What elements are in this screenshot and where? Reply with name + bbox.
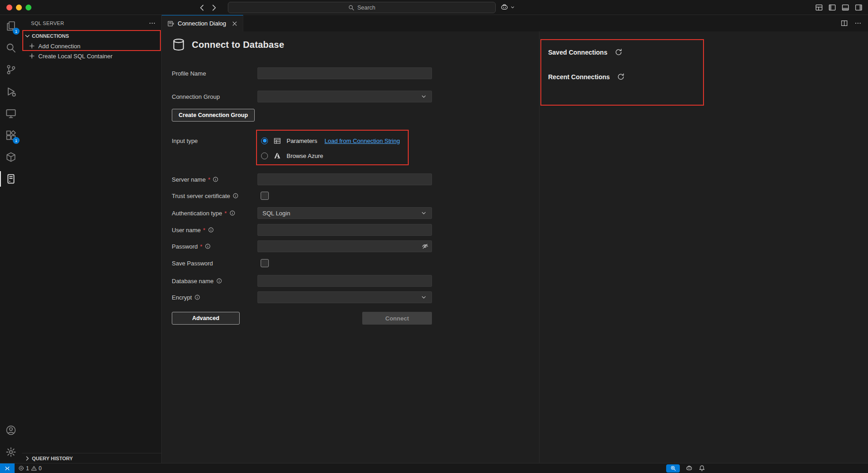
command-center-search[interactable]: Search bbox=[228, 2, 496, 13]
vscode-window: Search bbox=[0, 0, 868, 473]
refresh-saved-connections-icon[interactable] bbox=[615, 48, 622, 56]
user-name-input[interactable] bbox=[257, 224, 432, 236]
maximize-window-button[interactable] bbox=[26, 5, 31, 10]
saved-connections-title: Saved Connections bbox=[548, 49, 607, 56]
eye-off-icon[interactable] bbox=[421, 243, 429, 250]
chevron-down-icon bbox=[421, 294, 427, 300]
activity-search[interactable] bbox=[0, 37, 22, 59]
connections-section-header[interactable]: CONNECTIONS bbox=[22, 31, 161, 41]
editor-more-actions-icon[interactable] bbox=[854, 20, 862, 27]
connection-group-label: Connection Group bbox=[172, 91, 220, 102]
authentication-type-select[interactable]: SQL Login bbox=[257, 207, 432, 219]
info-icon[interactable] bbox=[229, 210, 236, 216]
info-icon[interactable] bbox=[205, 243, 211, 249]
user-name-label: User name * bbox=[172, 224, 214, 236]
info-icon[interactable] bbox=[216, 278, 222, 284]
chevron-down-icon bbox=[24, 32, 31, 40]
plus-icon bbox=[28, 42, 36, 50]
parameters-radio[interactable] bbox=[261, 137, 268, 144]
save-password-checkbox[interactable] bbox=[261, 259, 269, 267]
sidebar-header: SQL SERVER bbox=[22, 15, 161, 31]
error-count: 1 bbox=[26, 465, 29, 472]
zoom-status-item[interactable] bbox=[666, 464, 680, 473]
connection-dialog: Connect to Database Profile Name Connect… bbox=[162, 31, 539, 463]
encrypt-label: Encrypt bbox=[172, 291, 200, 303]
input-type-label: Input type bbox=[172, 135, 198, 147]
info-icon[interactable] bbox=[232, 193, 239, 199]
database-name-label: Database name bbox=[172, 275, 222, 287]
activity-extensions[interactable]: 1 bbox=[0, 124, 22, 146]
side-bar: SQL SERVER CONNECTIONS Add Connection Cr… bbox=[22, 15, 162, 463]
activity-remote-explorer[interactable] bbox=[0, 102, 22, 124]
info-icon[interactable] bbox=[208, 227, 214, 233]
toggle-secondary-sidebar-icon[interactable] bbox=[855, 4, 863, 11]
parameters-icon bbox=[273, 137, 281, 145]
warning-count: 0 bbox=[39, 465, 42, 472]
activity-source-control[interactable] bbox=[0, 59, 22, 81]
toggle-primary-sidebar-icon[interactable] bbox=[828, 4, 836, 11]
parameters-option-row: Parameters Load from Connection String bbox=[261, 136, 400, 145]
save-password-label: Save Password bbox=[172, 257, 213, 269]
refresh-recent-connections-icon[interactable] bbox=[617, 73, 625, 81]
close-window-button[interactable] bbox=[6, 5, 12, 10]
activity-sql-server[interactable] bbox=[0, 168, 22, 190]
search-placeholder: Search bbox=[357, 5, 375, 11]
copilot-status-icon[interactable] bbox=[686, 465, 693, 472]
copilot-icon bbox=[500, 3, 508, 11]
database-icon bbox=[172, 38, 185, 51]
add-connection-item[interactable]: Add Connection bbox=[22, 41, 161, 51]
customize-layout-icon[interactable] bbox=[815, 4, 823, 11]
required-marker: * bbox=[225, 210, 227, 217]
status-right-items bbox=[666, 463, 705, 473]
run-debug-icon bbox=[5, 86, 16, 97]
activity-run-debug[interactable] bbox=[0, 81, 22, 102]
containers-icon bbox=[5, 152, 16, 163]
database-name-input[interactable] bbox=[257, 275, 432, 287]
title-bar: Search bbox=[0, 0, 868, 15]
go-back-button[interactable] bbox=[198, 4, 206, 12]
trust-server-certificate-label: Trust server certificate bbox=[172, 190, 239, 202]
copilot-menu[interactable] bbox=[500, 3, 515, 11]
create-connection-group-button[interactable]: Create Connection Group bbox=[172, 109, 255, 122]
required-marker: * bbox=[203, 227, 205, 234]
recent-connections-title: Recent Connections bbox=[548, 73, 610, 81]
advanced-button[interactable]: Advanced bbox=[172, 312, 240, 325]
accounts-icon bbox=[5, 425, 16, 436]
more-actions-icon[interactable] bbox=[149, 20, 156, 27]
info-icon[interactable] bbox=[212, 176, 219, 183]
server-name-input[interactable] bbox=[257, 173, 432, 185]
create-local-sql-container-label: Create Local SQL Container bbox=[38, 53, 113, 60]
go-forward-button[interactable] bbox=[210, 4, 218, 12]
profile-name-label: Profile Name bbox=[172, 67, 206, 79]
activity-settings[interactable] bbox=[0, 441, 22, 463]
info-icon[interactable] bbox=[194, 294, 200, 300]
zoom-icon bbox=[670, 465, 676, 471]
chevron-down-icon bbox=[510, 5, 515, 10]
query-history-section-header[interactable]: QUERY HISTORY bbox=[22, 453, 161, 463]
chevron-down-icon bbox=[421, 210, 427, 216]
activity-containers[interactable] bbox=[0, 146, 22, 168]
extensions-badge: 1 bbox=[13, 137, 20, 144]
split-editor-icon[interactable] bbox=[841, 20, 848, 27]
browse-azure-radio[interactable] bbox=[261, 153, 268, 159]
connect-button[interactable]: Connect bbox=[362, 312, 432, 325]
profile-name-input[interactable] bbox=[257, 67, 432, 79]
browse-azure-label: Browse Azure bbox=[287, 153, 323, 159]
minimize-window-button[interactable] bbox=[16, 5, 22, 10]
titlebar-actions bbox=[815, 4, 863, 11]
notifications-bell-icon[interactable] bbox=[699, 465, 705, 472]
encrypt-select[interactable] bbox=[257, 291, 432, 303]
remote-indicator[interactable] bbox=[0, 463, 15, 473]
tab-connection-dialog[interactable]: Connection Dialog bbox=[162, 15, 243, 31]
close-tab-icon[interactable] bbox=[231, 20, 238, 27]
password-input[interactable] bbox=[257, 240, 432, 252]
activity-accounts[interactable] bbox=[0, 419, 22, 441]
create-local-sql-container-item[interactable]: Create Local SQL Container bbox=[22, 51, 161, 61]
activity-explorer[interactable]: 1 bbox=[0, 15, 22, 37]
problems-status[interactable]: 1 0 bbox=[18, 463, 41, 473]
toggle-panel-icon[interactable] bbox=[842, 4, 849, 11]
trust-server-certificate-checkbox[interactable] bbox=[261, 192, 269, 200]
connection-group-select[interactable] bbox=[257, 91, 432, 102]
load-from-connection-string-link[interactable]: Load from Connection String bbox=[324, 137, 400, 144]
sidebar-title: SQL SERVER bbox=[31, 20, 64, 26]
